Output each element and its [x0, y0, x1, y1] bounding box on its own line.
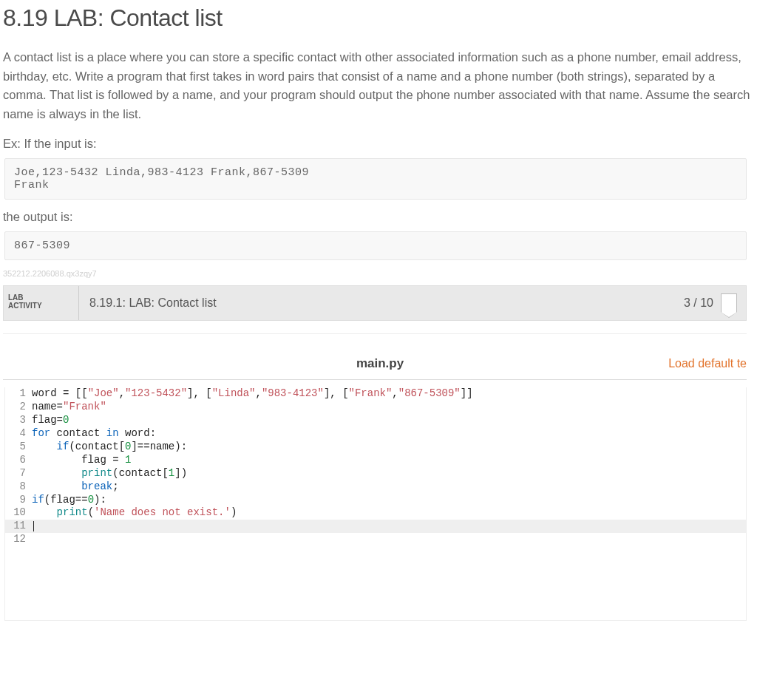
code-line[interactable]: 6 flag = 1: [5, 454, 746, 467]
code-source[interactable]: [32, 520, 746, 533]
activity-title: 8.19.1: LAB: Contact list: [79, 286, 684, 320]
activity-tag-line2: ACTIVITY: [8, 302, 71, 310]
code-source[interactable]: if(flag==0):: [32, 494, 746, 507]
code-line[interactable]: 2name="Frank": [5, 401, 746, 414]
code-source[interactable]: break;: [32, 480, 746, 494]
code-source[interactable]: for contact in word:: [32, 427, 746, 441]
line-number: 10: [5, 506, 32, 520]
code-editor[interactable]: 1word = [["Joe","123-5432"], ["Linda","9…: [4, 387, 747, 621]
code-line[interactable]: 7 print(contact[1]): [5, 467, 746, 480]
code-line[interactable]: 11: [5, 520, 746, 533]
activity-score: 3 / 10: [684, 286, 746, 320]
code-line[interactable]: 8 break;: [5, 480, 746, 494]
example-output-block: 867-5309: [4, 231, 747, 260]
code-source[interactable]: flag=0: [32, 414, 746, 427]
line-number: 5: [5, 441, 32, 454]
page-title: 8.19 LAB: Contact list: [3, 4, 754, 32]
code-source[interactable]: flag = 1: [32, 454, 746, 467]
code-line[interactable]: 9if(flag==0):: [5, 494, 746, 507]
line-number: 4: [5, 427, 32, 441]
score-badge-icon: [721, 293, 737, 313]
example-input-label: Ex: If the input is:: [3, 137, 754, 151]
code-source[interactable]: [32, 533, 746, 546]
activity-tag: LAB ACTIVITY: [4, 286, 79, 320]
file-bar: main.py Load default te: [3, 347, 747, 380]
file-name: main.py: [92, 356, 668, 371]
code-line[interactable]: 3flag=0: [5, 414, 746, 427]
score-text: 3 / 10: [684, 296, 713, 310]
line-number: 6: [5, 454, 32, 467]
watermark: 352212.2206088.qx3zqy7: [3, 269, 754, 278]
example-output-label: the output is:: [3, 210, 754, 224]
toolbar-spacer: [3, 321, 747, 334]
code-line[interactable]: 5 if(contact[0]==name):: [5, 441, 746, 454]
code-line[interactable]: 4for contact in word:: [5, 427, 746, 441]
activity-bar: LAB ACTIVITY 8.19.1: LAB: Contact list 3…: [3, 285, 747, 321]
code-line[interactable]: 1word = [["Joe","123-5432"], ["Linda","9…: [5, 387, 746, 401]
code-source[interactable]: name="Frank": [32, 401, 746, 414]
line-number: 9: [5, 494, 32, 507]
line-number: 11: [5, 520, 32, 533]
load-default-link[interactable]: Load default te: [668, 357, 747, 370]
line-number: 1: [5, 387, 32, 401]
line-number: 12: [5, 533, 32, 546]
code-line[interactable]: 12: [5, 533, 746, 546]
code-source[interactable]: print(contact[1]): [32, 467, 746, 480]
line-number: 8: [5, 480, 32, 494]
example-input-block: Joe,123-5432 Linda,983-4123 Frank,867-53…: [4, 158, 747, 200]
line-number: 3: [5, 414, 32, 427]
problem-description: A contact list is a place where you can …: [3, 48, 754, 123]
activity-tag-line1: LAB: [8, 293, 71, 302]
code-source[interactable]: print('Name does not exist.'): [32, 506, 746, 520]
code-source[interactable]: if(contact[0]==name):: [32, 441, 746, 454]
text-cursor: [33, 521, 34, 531]
line-number: 2: [5, 401, 32, 414]
code-line[interactable]: 10 print('Name does not exist.'): [5, 506, 746, 520]
code-source[interactable]: word = [["Joe","123-5432"], ["Linda","98…: [32, 387, 746, 401]
line-number: 7: [5, 467, 32, 480]
